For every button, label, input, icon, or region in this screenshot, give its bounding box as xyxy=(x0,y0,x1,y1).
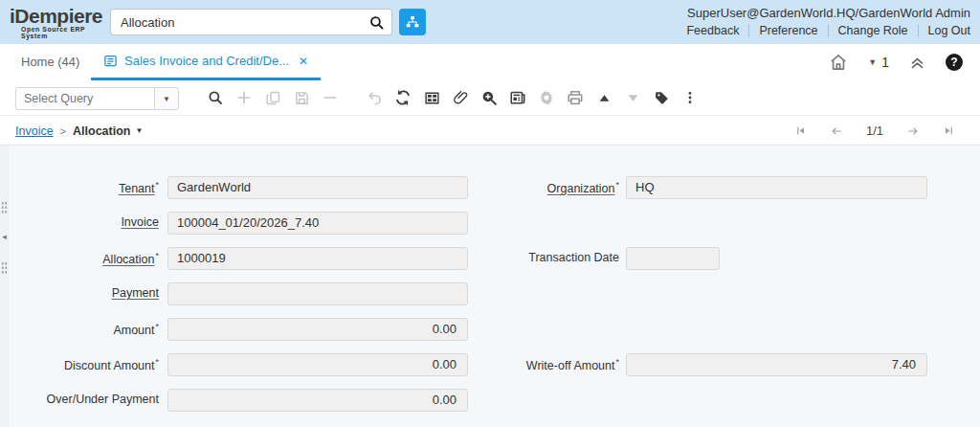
header-links: Feedback Preference Change Role Log Out xyxy=(677,24,970,37)
home-icon xyxy=(829,53,848,72)
first-record-button[interactable] xyxy=(794,124,807,137)
refresh-button[interactable] xyxy=(389,83,417,112)
collapse-header-button[interactable] xyxy=(909,55,925,71)
tab-close-icon[interactable]: ✕ xyxy=(299,55,308,68)
global-search xyxy=(110,9,426,35)
invoice-field: 100004_01/20/2026_7.40 xyxy=(167,212,468,235)
select-query-combo: ▼ xyxy=(15,87,179,110)
plus-icon xyxy=(235,89,253,106)
logout-link[interactable]: Log Out xyxy=(918,24,970,37)
form-row: Tenant* GardenWorld Organization* HQ xyxy=(10,175,927,211)
home-button[interactable] xyxy=(829,53,848,72)
form-row: Discount Amount* 0.00 Write-off Amount* … xyxy=(10,352,927,388)
window-tabbar: Home (44) Sales Invoice and Credit/De...… xyxy=(0,44,980,80)
breadcrumb-separator: > xyxy=(60,125,66,137)
required-marker: * xyxy=(615,180,619,190)
open-windows-count: 1 xyxy=(881,55,889,70)
delete-button[interactable] xyxy=(316,83,345,112)
allocation-label: Allocation* xyxy=(10,246,167,281)
report-button[interactable] xyxy=(503,83,532,112)
form-row: Invoice 100004_01/20/2026_7.40 xyxy=(10,211,927,246)
caret-down-icon: ▼ xyxy=(163,95,170,103)
form-row: Amount* 0.00 xyxy=(10,317,927,352)
search-button[interactable] xyxy=(361,9,392,35)
select-query-dropdown-button[interactable]: ▼ xyxy=(154,87,179,110)
logo-subtitle: Open Source ERP System xyxy=(10,26,105,39)
splitter-grip[interactable] xyxy=(1,261,8,274)
kebab-icon xyxy=(682,90,698,105)
customize-button[interactable] xyxy=(532,83,561,112)
window-toolbar: ▼ xyxy=(0,80,980,116)
save-icon xyxy=(294,90,310,106)
required-marker: * xyxy=(155,251,159,260)
help-icon: ? xyxy=(950,56,957,69)
undo-button[interactable] xyxy=(360,83,389,112)
open-windows-selector[interactable]: ▼ 1 xyxy=(868,55,889,70)
label-button[interactable] xyxy=(647,83,676,112)
transaction-date-field xyxy=(626,247,720,270)
tab-sales-invoice[interactable]: Sales Invoice and Credit/De... ✕ xyxy=(91,44,321,80)
breadcrumb: Invoice > Allocation ▼ xyxy=(15,116,143,146)
allocation-field: 1000019 xyxy=(167,247,468,270)
find-button[interactable] xyxy=(201,83,230,112)
allocation-form: Tenant* GardenWorld Organization* HQ Inv… xyxy=(10,175,927,423)
invoice-label: Invoice xyxy=(10,211,167,246)
form-content-area: ◂ Tenant* GardenWorld Organization* HQ I… xyxy=(0,146,980,427)
save-button[interactable] xyxy=(287,83,316,112)
last-record-button[interactable] xyxy=(943,124,955,137)
paperclip-icon xyxy=(453,90,469,106)
tab-label: Sales Invoice and Credit/De... xyxy=(124,54,289,68)
grid-icon xyxy=(424,90,440,106)
undo-icon xyxy=(367,90,383,106)
zoom-plus-icon xyxy=(480,89,498,106)
detail-record-button[interactable] xyxy=(618,83,647,112)
organization-field: HQ xyxy=(626,176,927,199)
toolbar-icons xyxy=(201,80,704,115)
record-navigation: 1/1 xyxy=(794,116,955,146)
required-marker: * xyxy=(155,180,159,190)
next-record-button[interactable] xyxy=(906,124,920,138)
discount-amount-field: 0.00 xyxy=(167,353,468,376)
app-logo: iDempiere Open Source ERP System xyxy=(10,5,105,39)
amount-label: Amount* xyxy=(10,317,167,352)
amount-field: 0.00 xyxy=(167,318,468,341)
copy-icon xyxy=(265,90,281,106)
printer-icon xyxy=(567,89,584,106)
feedback-link[interactable]: Feedback xyxy=(677,24,748,37)
app-header: iDempiere Open Source ERP System Sup xyxy=(0,0,980,44)
tab-home[interactable]: Home (44) xyxy=(21,44,79,80)
logo-title: iDempiere xyxy=(10,5,105,28)
more-button[interactable] xyxy=(676,83,704,112)
global-search-input[interactable] xyxy=(110,9,361,35)
triangle-down-icon xyxy=(627,92,639,104)
splitter-grip[interactable] xyxy=(1,201,8,214)
help-button[interactable]: ? xyxy=(946,54,963,71)
print-button[interactable] xyxy=(561,83,590,112)
menu-lookup-button[interactable] xyxy=(399,9,426,35)
required-marker: * xyxy=(155,322,159,331)
attachment-button[interactable] xyxy=(446,83,475,112)
search-icon xyxy=(368,14,385,31)
required-marker: * xyxy=(155,357,159,367)
select-query-input[interactable] xyxy=(15,87,155,110)
writeoff-amount-label: Write-off Amount* xyxy=(468,352,626,388)
west-panel-splitter[interactable]: ◂ xyxy=(0,146,9,427)
breadcrumb-current[interactable]: Allocation xyxy=(73,124,130,138)
payment-field xyxy=(167,282,468,305)
parent-record-button[interactable] xyxy=(590,83,618,112)
zoom-across-button[interactable] xyxy=(475,83,503,112)
new-record-button[interactable] xyxy=(230,83,258,112)
organization-label: Organization* xyxy=(468,175,626,211)
preference-link[interactable]: Preference xyxy=(748,24,827,37)
collapse-left-icon[interactable]: ◂ xyxy=(0,230,9,243)
previous-record-button[interactable] xyxy=(830,124,843,138)
copy-record-button[interactable] xyxy=(258,83,287,112)
search-icon xyxy=(207,89,224,106)
grid-toggle-button[interactable] xyxy=(417,83,446,112)
logged-in-user: SuperUser@GardenWorld.HQ/GardenWorld Adm… xyxy=(677,6,970,20)
caret-down-icon[interactable]: ▼ xyxy=(135,126,143,135)
breadcrumb-parent-link[interactable]: Invoice xyxy=(15,124,54,138)
minus-icon xyxy=(322,89,339,106)
header-user-area: SuperUser@GardenWorld.HQ/GardenWorld Adm… xyxy=(677,6,970,37)
change-role-link[interactable]: Change Role xyxy=(828,24,918,37)
